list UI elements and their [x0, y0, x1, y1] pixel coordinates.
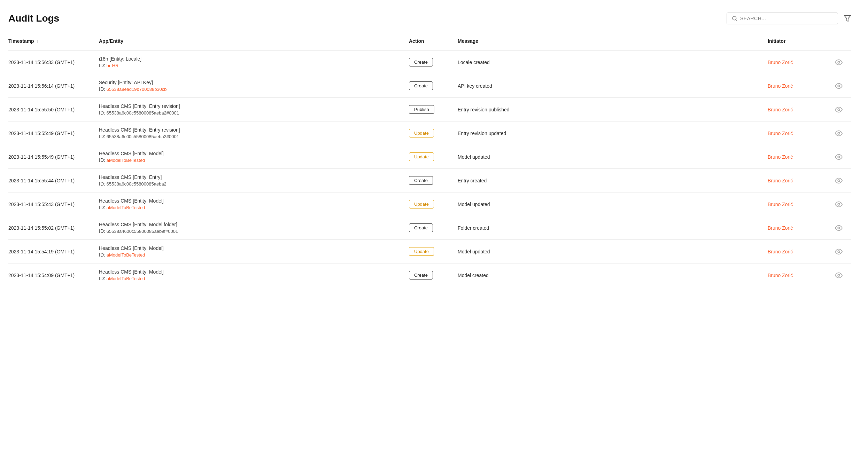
cell-message: Folder created [458, 225, 768, 231]
svg-marker-2 [844, 16, 851, 22]
cell-message: Model updated [458, 154, 768, 160]
view-button[interactable] [830, 129, 851, 137]
table-row: 2023-11-14 15:55:50 (GMT+1)Headless CMS … [8, 98, 851, 121]
action-badge: Create [409, 223, 433, 232]
entity-id-line: ID: aModelToBeTested [99, 205, 405, 210]
view-button[interactable] [830, 271, 851, 279]
svg-point-4 [838, 85, 840, 87]
cell-action: Publish [409, 105, 458, 114]
entity-id-link[interactable]: aModelToBeTested [107, 158, 145, 163]
search-wrapper [727, 13, 838, 24]
eye-icon [835, 200, 843, 208]
view-button[interactable] [830, 58, 851, 66]
eye-icon [835, 177, 843, 184]
sort-arrow-icon: ↓ [36, 39, 38, 44]
table-row: 2023-11-14 15:54:19 (GMT+1)Headless CMS … [8, 240, 851, 263]
cell-action: Create [409, 271, 458, 279]
table-row: 2023-11-14 15:54:09 (GMT+1)Headless CMS … [8, 263, 851, 287]
cell-action: Update [409, 247, 458, 256]
entity-id-line: ID: aModelToBeTested [99, 252, 405, 258]
page-container: Audit Logs Timestamp ↓ App/Entity [0, 0, 868, 296]
svg-point-12 [838, 274, 840, 276]
entity-id-plain: 65538a6c00c55800085aeba2 [107, 181, 166, 187]
cell-entity: Headless CMS [Entity: Model]ID: aModelTo… [99, 269, 409, 281]
cell-timestamp: 2023-11-14 15:55:43 (GMT+1) [8, 202, 99, 207]
cell-entity: i18n [Entity: Locale]ID: hr-HR [99, 56, 409, 68]
cell-timestamp: 2023-11-14 15:54:09 (GMT+1) [8, 273, 99, 278]
action-badge: Create [409, 58, 433, 66]
cell-entity: Headless CMS [Entity: Entry revision]ID:… [99, 103, 409, 116]
entity-id-line: ID: aModelToBeTested [99, 276, 405, 281]
table-body: 2023-11-14 15:56:33 (GMT+1)i18n [Entity:… [8, 50, 851, 287]
entity-id-link[interactable]: 65538a8ead19b700088b30cb [107, 87, 167, 92]
entity-main: Headless CMS [Entity: Entry revision] [99, 103, 405, 109]
eye-icon [835, 248, 843, 255]
table-row: 2023-11-14 15:55:44 (GMT+1)Headless CMS … [8, 169, 851, 192]
table-row: 2023-11-14 15:55:43 (GMT+1)Headless CMS … [8, 192, 851, 216]
svg-point-8 [838, 180, 840, 182]
action-badge: Update [409, 200, 434, 208]
view-button[interactable] [830, 82, 851, 90]
entity-main: Headless CMS [Entity: Model] [99, 198, 405, 204]
column-message: Message [458, 36, 768, 47]
cell-initiator: Bruno Zorić [768, 225, 830, 231]
view-button[interactable] [830, 177, 851, 184]
audit-logs-table: Timestamp ↓ App/Entity Action Message In… [8, 36, 851, 287]
cell-action: Update [409, 200, 458, 208]
svg-point-3 [838, 61, 840, 63]
entity-main: Headless CMS [Entity: Model folder] [99, 222, 405, 227]
view-button[interactable] [830, 106, 851, 113]
table-row: 2023-11-14 15:56:33 (GMT+1)i18n [Entity:… [8, 50, 851, 74]
cell-message: Locale created [458, 60, 768, 65]
entity-id-line: ID: 65538a8ead19b700088b30cb [99, 86, 405, 92]
entity-id-line: ID: hr-HR [99, 63, 405, 68]
cell-message: Entry revision published [458, 107, 768, 112]
svg-point-11 [838, 251, 840, 253]
search-input[interactable] [740, 16, 833, 21]
cell-entity: Security [Entity: API Key]ID: 65538a8ead… [99, 80, 409, 92]
header-controls [727, 13, 851, 24]
entity-main: Headless CMS [Entity: Model] [99, 151, 405, 156]
entity-id-link[interactable]: aModelToBeTested [107, 252, 145, 258]
cell-timestamp: 2023-11-14 15:55:44 (GMT+1) [8, 178, 99, 183]
svg-point-5 [838, 109, 840, 111]
cell-timestamp: 2023-11-14 15:55:50 (GMT+1) [8, 107, 99, 112]
table-header: Timestamp ↓ App/Entity Action Message In… [8, 36, 851, 50]
svg-point-7 [838, 156, 840, 158]
header: Audit Logs [8, 13, 851, 24]
page-title: Audit Logs [8, 13, 59, 24]
eye-icon [835, 271, 843, 279]
entity-id-link[interactable]: aModelToBeTested [107, 205, 145, 210]
column-entity: App/Entity [99, 36, 409, 47]
cell-entity: Headless CMS [Entity: Model]ID: aModelTo… [99, 245, 409, 258]
column-initiator: Initiator [768, 36, 830, 47]
filter-icon [844, 15, 851, 22]
cell-timestamp: 2023-11-14 15:55:02 (GMT+1) [8, 225, 99, 231]
filter-button[interactable] [844, 15, 851, 22]
cell-message: API key created [458, 83, 768, 89]
cell-action: Create [409, 81, 458, 90]
action-badge: Create [409, 81, 433, 90]
table-row: 2023-11-14 15:56:14 (GMT+1)Security [Ent… [8, 74, 851, 98]
cell-initiator: Bruno Zorić [768, 107, 830, 112]
cell-action: Create [409, 176, 458, 185]
view-button[interactable] [830, 200, 851, 208]
eye-icon [835, 58, 843, 66]
entity-id-link[interactable]: hr-HR [107, 63, 119, 68]
entity-main: i18n [Entity: Locale] [99, 56, 405, 62]
cell-initiator: Bruno Zorić [768, 202, 830, 207]
eye-icon [835, 106, 843, 113]
view-button[interactable] [830, 153, 851, 161]
table-row: 2023-11-14 15:55:49 (GMT+1)Headless CMS … [8, 145, 851, 169]
entity-id-link[interactable]: aModelToBeTested [107, 276, 145, 281]
cell-initiator: Bruno Zorić [768, 178, 830, 183]
cell-initiator: Bruno Zorić [768, 131, 830, 136]
entity-main: Headless CMS [Entity: Entry revision] [99, 127, 405, 133]
view-button[interactable] [830, 248, 851, 255]
cell-timestamp: 2023-11-14 15:56:14 (GMT+1) [8, 83, 99, 89]
cell-initiator: Bruno Zorić [768, 60, 830, 65]
view-button[interactable] [830, 224, 851, 232]
entity-id-plain: 65538a4600c55800085aeb9f#0001 [107, 229, 178, 234]
entity-id-plain: 65538a6c00c55800085aeba2#0001 [107, 110, 179, 116]
cell-timestamp: 2023-11-14 15:55:49 (GMT+1) [8, 131, 99, 136]
